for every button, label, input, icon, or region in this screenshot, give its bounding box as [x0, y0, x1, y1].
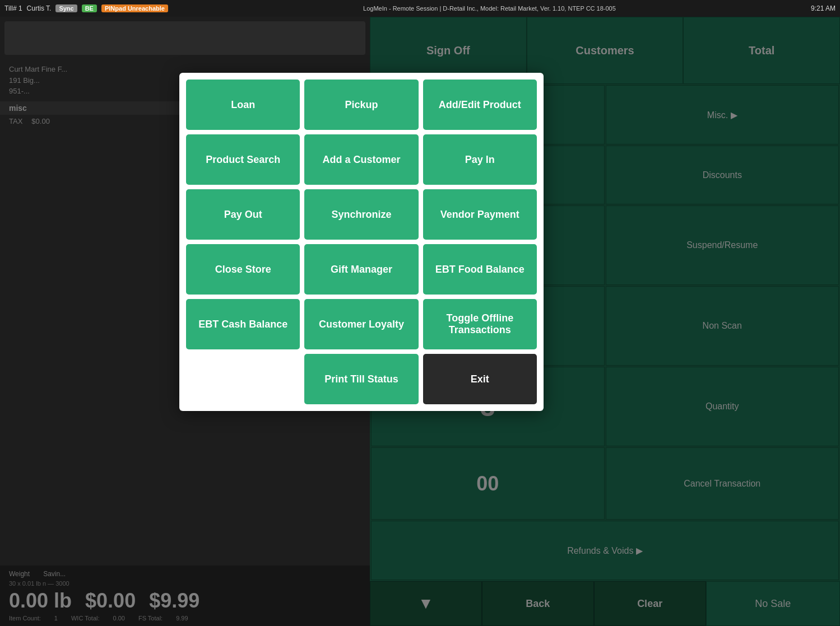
pinpad-badge: PINpad Unreachable — [101, 4, 168, 12]
gift-manager-button[interactable]: Gift Manager — [304, 244, 418, 295]
add-edit-product-button[interactable]: Add/Edit Product — [423, 80, 537, 130]
clock: 9:21 AM — [811, 4, 836, 12]
pickup-button[interactable]: Pickup — [304, 80, 418, 130]
customer-loyalty-button[interactable]: Customer Loyalty — [304, 299, 418, 349]
modal-grid: Loan Pickup Add/Edit Product Product Sea… — [186, 80, 537, 404]
misc-menu-modal: Loan Pickup Add/Edit Product Product Sea… — [179, 73, 544, 411]
print-till-status-button[interactable]: Print Till Status — [304, 354, 418, 404]
ebt-food-balance-button[interactable]: EBT Food Balance — [423, 244, 537, 295]
pay-in-button[interactable]: Pay In — [423, 134, 537, 185]
till-label: Till# 1 — [4, 4, 22, 12]
vendor-payment-button[interactable]: Vendor Payment — [423, 189, 537, 240]
empty-cell-1 — [186, 354, 300, 404]
loan-button[interactable]: Loan — [186, 80, 300, 130]
pay-out-button[interactable]: Pay Out — [186, 189, 300, 240]
sync-badge: Sync — [55, 4, 77, 12]
ebt-cash-balance-button[interactable]: EBT Cash Balance — [186, 299, 300, 349]
product-search-button[interactable]: Product Search — [186, 134, 300, 185]
top-bar: Till# 1 Curtis T. Sync BE PINpad Unreach… — [0, 0, 840, 17]
add-customer-button[interactable]: Add a Customer — [304, 134, 418, 185]
close-store-button[interactable]: Close Store — [186, 244, 300, 295]
user-label: Curtis T. — [27, 4, 52, 12]
be-badge: BE — [82, 4, 97, 12]
modal-overlay: Loan Pickup Add/Edit Product Product Sea… — [0, 17, 840, 626]
synchronize-button[interactable]: Synchronize — [304, 189, 418, 240]
window-title: LogMeIn - Remote Session | D-Retail Inc.… — [173, 5, 806, 12]
exit-button[interactable]: Exit — [423, 354, 537, 404]
toggle-offline-button[interactable]: Toggle Offline Transactions — [423, 299, 537, 349]
